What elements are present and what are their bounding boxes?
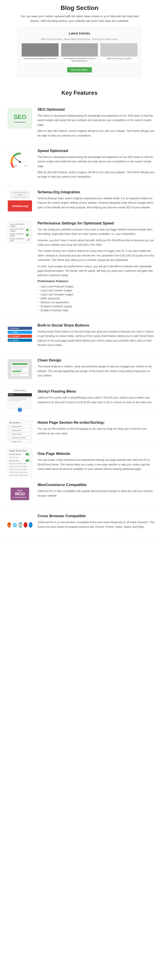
svg-line-4 bbox=[14, 158, 20, 162]
perf-item-6: Enabled Combined Jquery bbox=[38, 304, 154, 309]
sticky-title: Sticky/ Floating Menu bbox=[38, 389, 154, 394]
speed-content: Speed Optimized This theme is developed … bbox=[38, 149, 154, 181]
blog-article-caption-1: Community associated as a natural fit bbox=[22, 57, 59, 61]
perf-item-7: Enable Combined Style bbox=[38, 309, 154, 312]
clean-content: Clean Design This theme features a moder… bbox=[38, 358, 154, 380]
performance-title: Performance Settings for Optimized Speed bbox=[38, 221, 154, 226]
schema-org-badge: schema.org bbox=[8, 200, 32, 212]
speed-title: Speed Optimized bbox=[38, 149, 154, 153]
enable-row-2: Blog Section bbox=[9, 460, 30, 462]
blog-section-description: You can keep your visitors updated with … bbox=[16, 14, 143, 24]
sort-item-3: ⠿ Blog section bbox=[9, 432, 31, 436]
seo-content: SEO Optimized This theme is developed im… bbox=[38, 107, 154, 140]
crossbrowser-para-1: JobScout Pro is a cross-browser compatib… bbox=[38, 520, 154, 529]
blog-section: Blog Section You can keep your visitors … bbox=[0, 0, 159, 83]
woocommerce-icon: woo WOO COMMERCE bbox=[6, 483, 33, 505]
svg-text:Fast: Fast bbox=[24, 165, 27, 167]
woocommerce-para-1: JobScout Pro is fully compatible with po… bbox=[38, 489, 154, 498]
get-free-offers-button[interactable]: Get Free Offers bbox=[67, 67, 92, 72]
schema-para-1: Schema Markup helps search engines under… bbox=[38, 196, 154, 210]
seo-para-1: This theme is developed implementing the… bbox=[38, 113, 154, 127]
speed-para-1: This theme is developed implementing the… bbox=[38, 155, 154, 168]
blog-article-card-1: Community associated as a natural fit bbox=[21, 43, 59, 64]
feature-sticky: Sticky Header 📌 Sticky/ Floating Menu Jo… bbox=[0, 385, 159, 416]
perf-item-3: Lazy Load Gravatar Images bbox=[38, 293, 154, 296]
schema-title: Schema.Org Integration bbox=[38, 190, 154, 194]
blog-article-caption-3: State of working for oneself bbox=[100, 57, 137, 61]
woocommerce-title: WooCommerce Compatible bbox=[38, 483, 154, 487]
seo-title: SEO Optimized bbox=[38, 107, 154, 112]
linkedin-btn: inLinkedIn bbox=[8, 339, 32, 342]
feature-seo: SEO ●●●●●●●●● SEO Optimized This theme i… bbox=[0, 103, 159, 144]
crossbrowser-title: Cross Browser Compatible bbox=[38, 514, 154, 518]
sort-item-2: ⠿ Blog section bbox=[9, 429, 31, 432]
blog-articles-grid: Community associated as a natural fit Se… bbox=[21, 43, 138, 64]
sticky-icon: Sticky Header 📌 bbox=[6, 389, 33, 411]
sticky-menu-box bbox=[8, 393, 32, 409]
feature-clean: Clean Design This theme features a moder… bbox=[0, 354, 159, 385]
key-features-section: Key Features bbox=[0, 83, 159, 103]
feature-onepage: Enable Section Menu Enable Section Featu… bbox=[0, 447, 159, 478]
feature-social: fFacebook 🐦Twitter G+Google+ inLinkedIn … bbox=[0, 319, 159, 354]
feature-performance: Lazy Load Content Images Lazy load Conte… bbox=[0, 217, 159, 319]
sorting-title: Home Page Section Re-order/Sorting: bbox=[38, 420, 154, 425]
blog-section-title: Blog Section bbox=[9, 5, 150, 11]
social-icon: fFacebook 🐦Twitter G+Google+ inLinkedIn bbox=[6, 323, 33, 345]
social-title: Built-in Social Share Buttons bbox=[38, 323, 154, 328]
svg-point-5 bbox=[19, 161, 21, 163]
blog-article-caption-2: Self-employed individuals and home-based… bbox=[61, 57, 98, 64]
seo-icon-text: SEO bbox=[13, 113, 26, 121]
blog-article-card-2: Self-employed individuals and home-based… bbox=[61, 43, 98, 64]
sticky-para-1: JobScout Pro comes with a sticky/floatin… bbox=[38, 395, 154, 404]
clean-icon bbox=[6, 358, 33, 380]
opera-icon: ⭕ bbox=[24, 522, 27, 528]
perf-item-1: Lazy Load Featured Images bbox=[38, 285, 154, 288]
schema-content: Schema.Org Integration Schema Markup hel… bbox=[38, 190, 154, 212]
clean-title: Clean Design bbox=[38, 358, 154, 363]
performance-features-label: Performance Features: bbox=[38, 280, 154, 283]
sort-item-4: ⠿ Technical Section bbox=[9, 436, 31, 439]
sort-item-5: ⠿ Blog section bbox=[9, 440, 31, 443]
feature-sorting: Sort Sections ⠿ Blog section ⠿ Blog sect… bbox=[0, 416, 159, 447]
perf-item-5: Remove ver parameters bbox=[38, 301, 154, 304]
feature-speed: Slow Fast Speed Optimized This theme is … bbox=[0, 144, 159, 186]
performance-list: Lazy Load Featured Images Lazy Load Cont… bbox=[38, 285, 154, 312]
latest-articles-sub: We'll help you find it. Home-based busin… bbox=[21, 38, 138, 40]
performance-para-2: However, you don't have to worry about t… bbox=[38, 238, 154, 247]
svg-text:Slow: Slow bbox=[14, 165, 18, 167]
onepage-para-1: You can create a fully functional and pr… bbox=[38, 458, 154, 471]
speed-icon: Slow Fast bbox=[6, 149, 33, 171]
crossbrowser-icon: 🦊 🌐 🧭 ⭕ 🔷 bbox=[6, 514, 33, 536]
blog-article-card-3: State of working for oneself bbox=[100, 43, 138, 64]
twitter-btn: 🐦Twitter bbox=[8, 331, 32, 334]
woocommerce-content: WooCommerce Compatible JobScout Pro is f… bbox=[38, 483, 154, 500]
blog-article-img-1 bbox=[22, 43, 59, 57]
seo-icon: SEO ●●●●●●●●● bbox=[6, 107, 33, 129]
onepage-icon: Enable Section Menu Enable Section Featu… bbox=[6, 452, 33, 474]
woo-logo: woo WOO COMMERCE bbox=[11, 488, 29, 500]
latest-articles-heading: Latest Articles bbox=[21, 32, 138, 35]
social-content: Built-in Social Share Buttons Having soc… bbox=[38, 323, 154, 349]
key-features-heading: Key Features bbox=[9, 89, 150, 96]
performance-para-4: In short, if you enable the performance … bbox=[38, 264, 154, 278]
facebook-btn: fFacebook bbox=[8, 327, 32, 330]
social-para-1: Having social share buttons on the post … bbox=[38, 329, 154, 347]
edge-icon: 🔷 bbox=[29, 522, 32, 528]
performance-content: Performance Settings for Optimized Speed… bbox=[38, 221, 154, 314]
speed-para-2: With its ultra SEO feature, search engin… bbox=[38, 170, 154, 179]
blog-article-img-2 bbox=[61, 43, 98, 57]
clean-para-1: This theme features a modern, clean and … bbox=[38, 364, 154, 378]
sorting-para-1: You can set the sections on the Homepage… bbox=[38, 426, 154, 436]
onepage-title: One Page Website bbox=[38, 452, 154, 456]
sorting-icon: Sort Sections ⠿ Blog section ⠿ Blog sect… bbox=[6, 420, 33, 442]
feature-crossbrowser: 🦊 🌐 🧭 ⭕ 🔷 Cross Browser Compatible JobSc… bbox=[0, 509, 159, 541]
perf-item-2: Lazy Load Content Images bbox=[38, 288, 154, 293]
safari-icon: 🧭 bbox=[19, 522, 22, 528]
sticky-content: Sticky/ Floating Menu JobScout Pro comes… bbox=[38, 389, 154, 406]
enable-row-1: Enable Section bbox=[9, 453, 30, 455]
feature-woocommerce: woo WOO COMMERCE WooCommerce Compatible … bbox=[0, 478, 159, 509]
chrome-icon: 🌐 bbox=[13, 522, 17, 528]
firefox-icon: 🦊 bbox=[7, 522, 11, 528]
blog-article-img-3 bbox=[100, 43, 137, 57]
googleplus-btn: G+Google+ bbox=[8, 335, 32, 338]
